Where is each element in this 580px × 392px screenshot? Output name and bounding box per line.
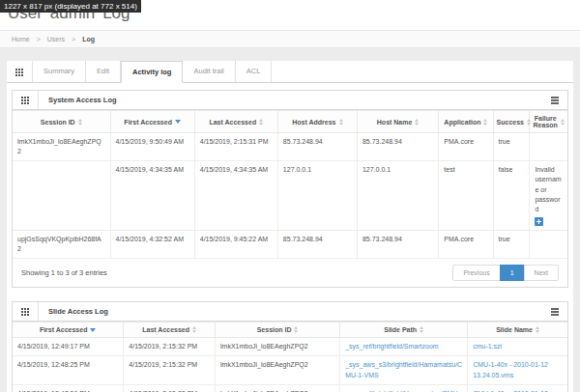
- previous-button[interactable]: Previous: [452, 265, 500, 281]
- cell-slide-path: _sys_ref/brightfield/Smartzoom: [340, 338, 468, 356]
- cell-success: true: [493, 133, 530, 161]
- cell-slide-name: CMU-1-40x - 2010-01-12 13.24.05.vms: [468, 384, 567, 392]
- col-label: Host Address: [292, 119, 335, 126]
- slide-path-link[interactable]: _sys_aws_s3/brightfield/Hamamatsu/CMU-1-…: [345, 361, 462, 378]
- tab-acl[interactable]: ACL: [236, 61, 273, 82]
- col-session-id[interactable]: Session ID: [216, 322, 340, 338]
- system-header-row: Session ID First Accessed Last Accessed …: [13, 111, 567, 133]
- slide-header-row: First Accessed Last Accessed Session ID …: [13, 322, 567, 338]
- slide-name-link[interactable]: cmu-1.szi: [473, 343, 502, 350]
- col-label: Slide Path: [384, 326, 417, 333]
- sort-icon: [415, 119, 419, 126]
- cell-session-id: lmkX1mboJi_lo8EAeghZPQ2: [216, 338, 340, 356]
- cell-failure-reason: Invalid username or password: [530, 161, 567, 231]
- col-label: Session ID: [41, 119, 75, 126]
- col-application[interactable]: Application: [439, 111, 493, 133]
- table-row: 4/15/2019, 12:47:59 PM 4/15/2019, 2:15:3…: [13, 384, 567, 392]
- col-session-id[interactable]: Session ID: [13, 111, 110, 133]
- menu-icon: [551, 308, 559, 316]
- cell-last-accessed: 4/15/2019, 2:15:32 PM: [124, 338, 216, 356]
- col-label: First Accessed: [124, 119, 172, 126]
- cell-failure-reason: [530, 133, 567, 161]
- col-first-accessed[interactable]: First Accessed: [110, 111, 194, 133]
- slide-panel-header: Slide Access Log: [13, 302, 567, 322]
- panel-menu-button[interactable]: [542, 302, 567, 321]
- cell-session-id: upjGsSqqVKQpKpibH268fA2: [13, 230, 110, 258]
- cell-session-id: lmkX1mboJi_lo8EAeghZPQ2: [216, 384, 340, 392]
- col-first-accessed[interactable]: First Accessed: [13, 322, 124, 338]
- grid-icon: [15, 69, 23, 76]
- col-label: Last Accessed: [142, 326, 189, 333]
- system-access-log-panel: System Access Log Session ID First Acces…: [12, 90, 568, 288]
- tab-activity-log[interactable]: Activity log: [121, 61, 183, 83]
- panel-menu-button[interactable]: [542, 91, 567, 109]
- cell-slide-name: cmu-1.szi: [468, 338, 567, 356]
- system-panel-title: System Access Log: [39, 96, 542, 104]
- sort-icon: [536, 326, 539, 333]
- cell-host-name: 85.73.248.94: [357, 133, 438, 161]
- cell-first-accessed: 4/15/2019, 12:49:17 PM: [13, 338, 124, 356]
- col-host-name[interactable]: Host Name: [357, 111, 438, 133]
- col-label: Success: [497, 119, 524, 126]
- sort-icon: [561, 119, 565, 126]
- cell-application: test: [439, 161, 493, 231]
- tab-audit-trail[interactable]: Audit trail: [183, 61, 235, 82]
- cell-application: PMA.core: [439, 133, 493, 161]
- cell-first-accessed: 4/15/2019, 12:48:25 PM: [13, 356, 124, 384]
- col-failure-reason[interactable]: Failure Reason: [530, 111, 567, 133]
- col-label: Host Name: [377, 119, 413, 126]
- slide-path-link[interactable]: _sys_ref/brightfield/Smartzoom: [345, 343, 438, 350]
- sort-icon: [483, 119, 487, 126]
- cell-success: true: [493, 230, 530, 258]
- col-label: Failure Reason: [533, 115, 558, 128]
- sort-icon: [294, 326, 298, 333]
- col-slide-name[interactable]: Slide Name: [468, 322, 567, 338]
- cell-host-name: 127.0.0.1: [357, 161, 438, 231]
- cell-host-address: 127.0.0.1: [277, 161, 357, 231]
- menu-icon: [551, 97, 559, 104]
- tab-bar: Summary Edit Activity log Audit trail AC…: [7, 61, 573, 83]
- slide-panel-title: Slide Access Log: [39, 307, 542, 316]
- system-access-log-table: Session ID First Accessed Last Accessed …: [13, 110, 567, 259]
- cell-session-id: lmkX1mboJi_lo8EAeghZPQ2: [216, 356, 340, 384]
- expand-plus-icon[interactable]: [535, 217, 543, 226]
- breadcrumb-log: Log: [82, 36, 95, 42]
- chevron-right-icon: >: [72, 36, 75, 42]
- slide-access-log-panel: Slide Access Log First Accessed Last Acc…: [12, 301, 568, 392]
- breadcrumb-users[interactable]: Users: [47, 36, 65, 42]
- content-card: System Access Log Session ID First Acces…: [7, 83, 573, 392]
- chevron-right-icon: >: [37, 36, 41, 42]
- panel-grid-cell: [13, 91, 39, 109]
- page-1-button[interactable]: 1: [500, 265, 525, 281]
- cell-first-accessed: 4/15/2019, 9:50:49 AM: [110, 133, 194, 161]
- tabbar-grid-cell: [7, 61, 33, 82]
- sort-icon: [192, 326, 196, 333]
- col-success[interactable]: Success: [493, 111, 530, 133]
- size-overlay: 1227 x 817 px (displayed at 772 x 514): [0, 0, 141, 13]
- tab-summary[interactable]: Summary: [33, 61, 86, 82]
- next-button[interactable]: Next: [524, 265, 559, 281]
- pagination: Previous 1 Next: [452, 265, 559, 281]
- table-row: 4/15/2019, 12:49:17 PM 4/15/2019, 2:15:3…: [13, 338, 567, 356]
- cell-first-accessed: 4/15/2019, 4:34:35 AM: [110, 161, 194, 231]
- cell-session-id: [13, 161, 110, 231]
- sort-desc-icon: [175, 120, 181, 124]
- tab-edit[interactable]: Edit: [86, 61, 121, 82]
- col-slide-path[interactable]: Slide Path: [340, 322, 468, 338]
- table-row: lmkX1mboJi_lo8EAeghZPQ2 4/15/2019, 9:50:…: [13, 133, 567, 161]
- col-last-accessed[interactable]: Last Accessed: [194, 111, 277, 133]
- cell-first-accessed: 4/15/2019, 12:47:59 PM: [13, 384, 124, 392]
- col-host-address[interactable]: Host Address: [277, 111, 357, 133]
- breadcrumb-home[interactable]: Home: [12, 36, 30, 42]
- cell-host-address: 85.73.248.94: [277, 133, 357, 161]
- col-label: Session ID: [257, 326, 292, 333]
- slide-access-log-table: First Accessed Last Accessed Session ID …: [13, 322, 567, 392]
- cell-success: false: [493, 161, 530, 231]
- col-last-accessed[interactable]: Last Accessed: [124, 322, 216, 338]
- cell-host-address: 85.73.248.94: [277, 230, 357, 258]
- cell-last-accessed: 4/15/2019, 2:15:32 PM: [124, 384, 216, 392]
- col-label: First Accessed: [40, 326, 88, 333]
- slide-name-link[interactable]: CMU-1-40x - 2010-01-12 13.24.05.vms: [473, 361, 548, 378]
- grid-icon: [21, 97, 29, 104]
- sort-desc-icon: [90, 328, 96, 332]
